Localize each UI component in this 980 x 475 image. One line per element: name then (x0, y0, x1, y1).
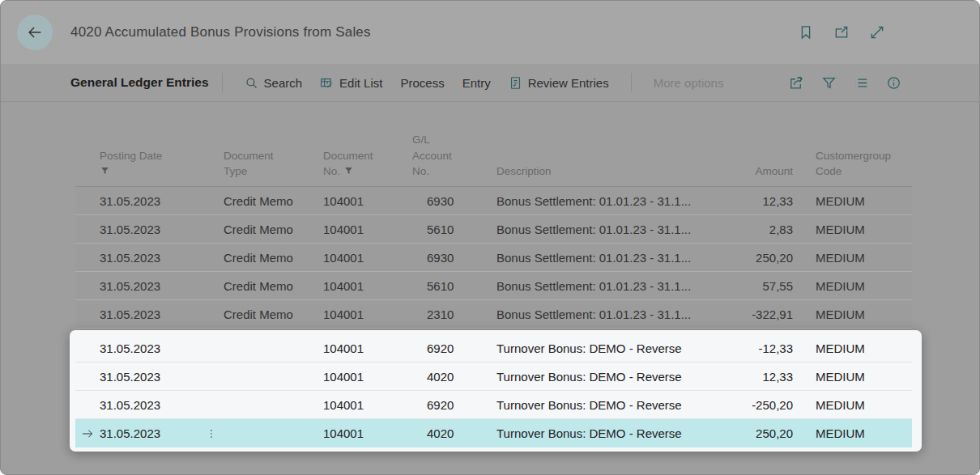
description-cell[interactable]: Bonus Settlement: 01.01.23 - 31.1... (462, 194, 739, 208)
customergroup-code-cell[interactable]: MEDIUM (793, 307, 912, 321)
filter-icon[interactable] (821, 75, 837, 91)
customergroup-code-cell[interactable]: MEDIUM (793, 279, 912, 293)
description-cell[interactable]: Turnover Bonus: DEMO - Reverse (462, 426, 739, 440)
amount-cell[interactable]: 12,33 (739, 370, 793, 384)
edit-list-button[interactable]: Edit List (320, 76, 382, 90)
document-no-cell[interactable]: 104001 (323, 279, 412, 293)
posting-date-cell[interactable]: 31.05.2023 (100, 251, 199, 265)
document-type-cell[interactable]: Credit Memo (224, 279, 323, 293)
gl-account-no-cell[interactable]: 5610 (412, 279, 462, 293)
gl-account-no-cell[interactable]: 6920 (412, 398, 462, 412)
document-no-cell[interactable]: 104001 (323, 341, 412, 355)
customergroup-code-column-header[interactable]: Customergroup Code (793, 148, 912, 186)
table-row[interactable]: 31.05.2023 104001 6920 Turnover Bonus: D… (75, 334, 912, 363)
amount-cell[interactable]: 250,20 (739, 251, 793, 265)
gl-account-no-cell[interactable]: 2310 (412, 307, 462, 321)
document-no-cell[interactable]: 104001 (323, 194, 412, 208)
expand-icon[interactable] (869, 24, 885, 40)
search-button[interactable]: Search (245, 76, 303, 90)
selected-row-arrow-icon (79, 427, 96, 440)
posting-date-cell[interactable]: 31.05.2023 (100, 223, 199, 236)
table-row[interactable]: 31.05.2023 104001 4020 Turnover Bonus: D… (75, 419, 912, 447)
document-no-cell[interactable]: 104001 (323, 426, 412, 440)
info-icon[interactable] (886, 75, 901, 91)
document-no-cell[interactable]: 104001 (323, 370, 412, 384)
customergroup-code-cell[interactable]: MEDIUM (793, 398, 912, 412)
description-cell[interactable]: Turnover Bonus: DEMO - Reverse (462, 341, 739, 355)
gl-account-no-cell[interactable]: 6930 (412, 194, 462, 208)
divider (222, 73, 223, 92)
gl-account-no-cell[interactable]: 4020 (412, 370, 462, 384)
menu-column-header (199, 180, 224, 186)
open-in-new-window-icon[interactable] (833, 24, 850, 40)
amount-cell[interactable]: 57,55 (739, 279, 793, 293)
posting-date-cell[interactable]: 31.05.2023 (100, 370, 199, 384)
review-entries-button[interactable]: Review Entries (509, 76, 609, 90)
posting-date-column-header[interactable]: Posting Date (100, 148, 199, 186)
posting-date-cell[interactable]: 31.05.2023 (100, 398, 199, 412)
table-row[interactable]: 31.05.2023 Credit Memo 104001 2310 Bonus… (75, 300, 912, 329)
document-type-column-header[interactable]: Document Type (224, 148, 323, 186)
list-view-icon[interactable] (854, 75, 869, 91)
gl-account-no-column-header[interactable]: G/L Account No. (412, 132, 462, 186)
posting-date-cell[interactable]: 31.05.2023 (100, 279, 199, 293)
amount-cell[interactable]: -250,20 (739, 398, 793, 412)
description-cell[interactable]: Bonus Settlement: 01.01.23 - 31.1... (462, 279, 739, 293)
customergroup-code-cell[interactable]: MEDIUM (793, 341, 912, 355)
table-row[interactable]: 31.05.2023 Credit Memo 104001 5610 Bonus… (75, 215, 912, 244)
document-type-cell[interactable]: Credit Memo (224, 251, 323, 265)
document-no-cell[interactable]: 104001 (323, 307, 412, 321)
posting-date-cell[interactable]: 31.05.2023 (100, 307, 199, 321)
customergroup-code-cell[interactable]: MEDIUM (793, 426, 912, 440)
table-row[interactable]: 31.05.2023 104001 4020 Turnover Bonus: D… (75, 363, 912, 391)
table-row[interactable]: 31.05.2023 Credit Memo 104001 6930 Bonus… (75, 187, 912, 215)
customergroup-code-cell[interactable]: MEDIUM (793, 194, 912, 208)
page-title: 4020 Accumulated Bonus Provisions from S… (70, 24, 371, 40)
document-type-cell[interactable]: Credit Memo (224, 223, 323, 236)
description-cell[interactable]: Turnover Bonus: DEMO - Reverse (462, 398, 739, 412)
amount-cell[interactable]: -322,91 (739, 307, 793, 321)
table-row[interactable]: 31.05.2023 104001 6920 Turnover Bonus: D… (75, 391, 912, 419)
document-type-cell[interactable]: Credit Memo (224, 194, 323, 208)
posting-date-cell[interactable]: 31.05.2023 (100, 426, 199, 440)
page-header: 4020 Accumulated Bonus Provisions from S… (1, 1, 979, 64)
back-button[interactable] (17, 15, 53, 50)
document-no-cell[interactable]: 104001 (323, 251, 412, 265)
gl-account-no-cell[interactable]: 4020 (412, 426, 462, 440)
more-options-button[interactable]: More options (654, 76, 724, 90)
column-filter-icon (343, 166, 354, 176)
row-context-menu-icon[interactable] (206, 426, 217, 441)
amount-cell[interactable]: 2,83 (739, 223, 793, 236)
description-cell[interactable]: Bonus Settlement: 01.01.23 - 31.1... (462, 307, 739, 321)
back-arrow-icon (26, 23, 44, 41)
share-icon[interactable] (789, 75, 804, 91)
posting-date-cell[interactable]: 31.05.2023 (100, 194, 199, 208)
document-no-cell[interactable]: 104001 (323, 223, 412, 236)
gl-account-no-cell[interactable]: 5610 (412, 223, 462, 236)
document-no-column-header[interactable]: Document No. (323, 148, 412, 186)
amount-column-header[interactable]: Amount (739, 163, 793, 186)
posting-date-cell[interactable]: 31.05.2023 (100, 341, 199, 355)
process-menu[interactable]: Process (400, 76, 444, 90)
table-row[interactable]: 31.05.2023 Credit Memo 104001 5610 Bonus… (75, 272, 912, 300)
customergroup-code-cell[interactable]: MEDIUM (793, 370, 912, 384)
description-cell[interactable]: Turnover Bonus: DEMO - Reverse (462, 370, 739, 384)
entry-menu[interactable]: Entry (462, 76, 491, 90)
document-no-cell[interactable]: 104001 (323, 398, 412, 412)
description-column-header[interactable]: Description (462, 163, 739, 186)
customergroup-code-cell[interactable]: MEDIUM (793, 251, 912, 265)
table-row[interactable]: 31.05.2023 Credit Memo 104001 6930 Bonus… (75, 244, 912, 272)
indicator-column-header (75, 180, 100, 186)
document-type-cell[interactable]: Credit Memo (224, 307, 323, 321)
spotlight-highlight-card: 31.05.2023 104001 6920 Turnover Bonus: D… (70, 330, 922, 452)
gl-account-no-cell[interactable]: 6920 (412, 341, 462, 355)
bookmark-icon[interactable] (798, 24, 814, 40)
gl-account-no-cell[interactable]: 6930 (412, 251, 462, 265)
amount-cell[interactable]: 12,33 (739, 194, 793, 208)
description-cell[interactable]: Bonus Settlement: 01.01.23 - 31.1... (462, 251, 739, 265)
description-cell[interactable]: Bonus Settlement: 01.01.23 - 31.1... (462, 223, 739, 236)
amount-cell[interactable]: 250,20 (739, 426, 793, 440)
ledger-entries-table: Posting Date Document Type Document No. … (75, 122, 912, 452)
amount-cell[interactable]: -12,33 (739, 341, 793, 355)
customergroup-code-cell[interactable]: MEDIUM (793, 223, 912, 236)
